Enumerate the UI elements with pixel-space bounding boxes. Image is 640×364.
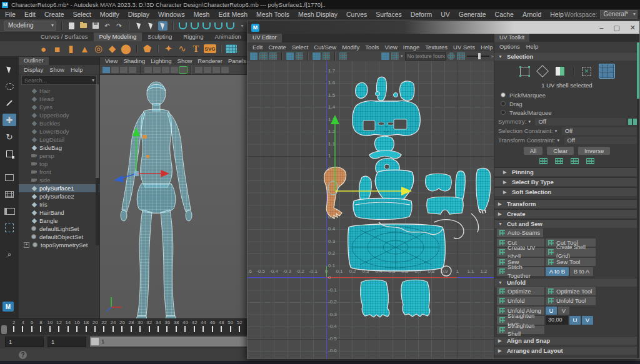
scale-tool-icon[interactable] [2, 147, 16, 160]
poly-disc-icon[interactable]: ⬤ [120, 43, 132, 55]
uv-menu-item[interactable]: Edit [252, 44, 262, 51]
straighten-angle-field[interactable]: 30.00 [546, 316, 568, 325]
uv-menu-item[interactable]: Select [292, 44, 308, 51]
texture-caret[interactable]: ▾ [401, 54, 403, 59]
symmetry-icon[interactable] [628, 119, 637, 125]
paint-select-tool-icon[interactable] [2, 97, 16, 109]
outliner-item[interactable]: + Hair [19, 87, 99, 95]
super-shape-icon[interactable]: ✦ [162, 43, 174, 55]
uv-mode-icon[interactable]: ✕ [580, 64, 594, 78]
uv-menu-item[interactable]: UV Sets [453, 44, 475, 51]
symmetry-caret[interactable]: ▾ [528, 119, 533, 124]
wireframe-on-shaded-icon[interactable] [179, 67, 187, 73]
uv-menu-item[interactable]: Create [268, 44, 286, 51]
menu-item[interactable]: Arnold [522, 11, 541, 18]
2d-pan-icon[interactable] [129, 67, 136, 73]
dim-image-icon[interactable] [322, 52, 330, 60]
grow-selection-icon[interactable] [539, 158, 548, 164]
symmetry-value[interactable]: Off [535, 118, 626, 125]
layout-four-icon[interactable] [2, 188, 16, 200]
poly-cylinder-icon[interactable]: ▮ [65, 43, 77, 55]
outliner-item[interactable]: + Bangle [19, 217, 99, 225]
layout-split-icon[interactable] [2, 205, 16, 217]
undo-icon[interactable]: ↶ [102, 21, 112, 31]
straighten-v-button[interactable]: V [582, 316, 593, 325]
straighten-u-button[interactable]: U [569, 316, 581, 325]
straighten-shell-button[interactable]: Straighten Shell [497, 326, 544, 335]
outliner-item[interactable]: + defaultLightSet [19, 225, 99, 233]
collapsed-section[interactable]: ▶Soft Selection [494, 187, 639, 196]
outliner-item[interactable]: + polySurface2 [19, 192, 99, 200]
display-image-icon[interactable] [381, 52, 389, 60]
uv-editor-tab[interactable]: UV Editor [248, 34, 282, 42]
menu-item[interactable]: Cache [495, 11, 514, 18]
menu-set-dropdown[interactable]: Modeling [4, 21, 56, 31]
lighting-icon[interactable] [212, 67, 220, 73]
collapsed-section[interactable]: ▶Pinning [494, 167, 639, 176]
expand-icon[interactable]: + [24, 242, 29, 248]
shelf-tab[interactable]: Curves / Surfaces [35, 32, 94, 41]
poly-cube-icon[interactable]: ■ [51, 43, 63, 55]
section-cut-and-sew[interactable]: ▼Cut and Sew [494, 219, 639, 228]
close-button[interactable]: ✕ [630, 24, 636, 32]
rotate-tool-icon[interactable]: ↻ [2, 130, 16, 143]
shelf-tab[interactable]: Poly Modeling [94, 32, 142, 41]
uv-distortion-icon[interactable] [250, 52, 258, 60]
snap-point-icon[interactable] [202, 21, 211, 31]
poly-torus-icon[interactable]: ◎ [92, 43, 104, 55]
menu-item[interactable]: File [5, 11, 16, 18]
new-scene-icon[interactable] [67, 21, 76, 31]
outliner-item[interactable]: + LowerBody [19, 127, 99, 135]
select-hierarchy-icon[interactable] [134, 21, 144, 31]
snap-grid-icon[interactable] [178, 21, 188, 31]
uv-toolkit-menu-item[interactable]: Help [526, 43, 539, 50]
stitch-a-to-b-button[interactable]: A to B [546, 267, 569, 276]
select-object-icon[interactable] [146, 21, 156, 31]
grid-icon[interactable] [286, 52, 294, 60]
menu-item[interactable]: Curves [346, 11, 367, 18]
shelf-tab[interactable]: Sculpting [142, 32, 178, 41]
save-scene-icon[interactable] [91, 21, 100, 31]
snap-curve-icon[interactable] [190, 21, 199, 31]
outliner-menu-item[interactable]: Help [71, 66, 83, 73]
marquee-radio[interactable]: Pick/Marquee [494, 91, 639, 99]
uv-editor-titlebar[interactable]: M – ▢ ✕ [248, 21, 639, 34]
menu-item[interactable]: Mesh Tools [256, 11, 289, 18]
create-shell-grid-button[interactable]: Create Shell (Grid) [546, 248, 596, 257]
section-selection[interactable]: ▼Selection [494, 52, 639, 61]
poly-text-icon[interactable]: T [190, 43, 202, 55]
image-ratio-slider[interactable] [467, 56, 489, 57]
marquee-radio[interactable]: Drag [494, 99, 639, 108]
shelf-tab[interactable]: Animation [209, 32, 246, 41]
unfold-along-v-button[interactable]: V [558, 307, 569, 315]
outliner-item[interactable]: + polySurface1 [19, 184, 99, 192]
uv-menu-item[interactable]: Textures [425, 44, 448, 51]
stitch-b-to-a-button[interactable]: B to A [570, 267, 593, 276]
face-mode-icon[interactable] [553, 64, 567, 78]
shelf-tab[interactable]: Rigging [178, 32, 209, 41]
viewport-canvas[interactable] [100, 75, 247, 318]
selection-constraint-caret[interactable]: ▾ [555, 129, 560, 134]
section-unfold[interactable]: ▼Unfold [494, 278, 639, 287]
edge-mode-icon[interactable] [536, 64, 549, 78]
uv-menu-item[interactable]: View [384, 44, 397, 51]
menu-item[interactable]: Mesh [194, 11, 210, 18]
minimize-button[interactable]: – [599, 24, 603, 31]
xray-joints-icon[interactable] [204, 67, 211, 73]
poly-sphere-icon[interactable]: ● [38, 43, 49, 55]
current-frame-field[interactable]: 1 [48, 337, 86, 347]
outliner-item[interactable]: + front [19, 168, 99, 176]
transform-constraint-value[interactable]: Off [564, 137, 637, 144]
outliner-item[interactable]: + Head [19, 95, 99, 103]
outliner-menu-item[interactable]: Display [24, 66, 43, 73]
select-button[interactable]: Clear [547, 147, 574, 155]
vertex-mode-icon[interactable] [518, 64, 532, 78]
modeling-toolkit-panel-icon[interactable] [2, 222, 16, 234]
poly-plane-icon[interactable]: ◆ [106, 43, 118, 55]
uv-menu-item[interactable]: Image [403, 44, 419, 51]
gate-mask-icon[interactable] [162, 67, 169, 73]
stitch-together-button[interactable]: Stitch Together [497, 267, 544, 276]
viewport-menu-item[interactable]: Show [178, 57, 192, 64]
uv-snapshot-icon[interactable] [339, 52, 347, 60]
auto-seams-button[interactable]: Auto-Seams [497, 229, 543, 237]
